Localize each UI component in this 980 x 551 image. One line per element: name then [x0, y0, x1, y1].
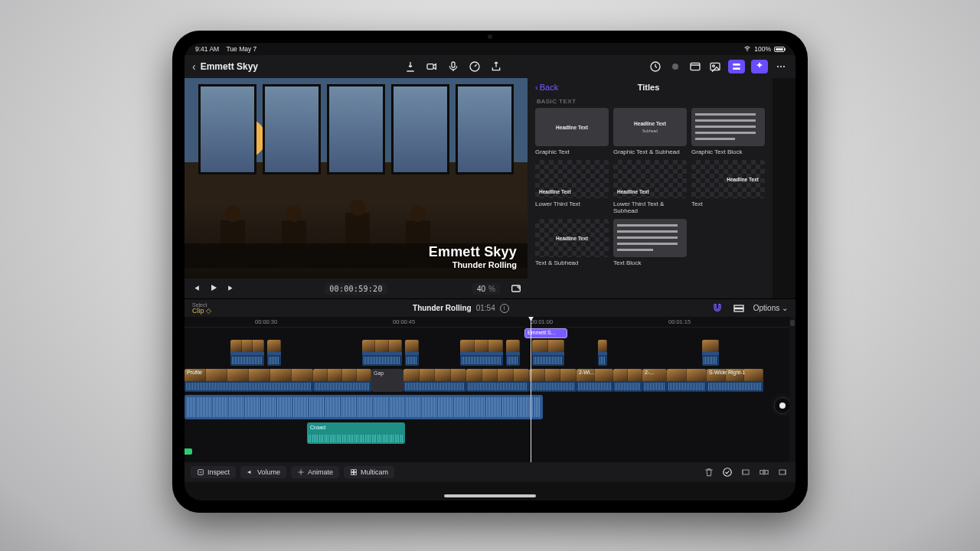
- volume-button[interactable]: Volume: [240, 466, 286, 478]
- timeline-layout-icon[interactable]: [732, 302, 746, 315]
- trim-end-icon[interactable]: [776, 465, 789, 479]
- svg-rect-21: [354, 472, 357, 474]
- preset-label: Graphic Text: [535, 148, 609, 155]
- svg-rect-26: [779, 470, 786, 474]
- history-icon[interactable]: [648, 60, 662, 73]
- browser-back-button[interactable]: ‹ Back: [535, 83, 558, 92]
- storyline-clip[interactable]: [313, 369, 371, 392]
- storyline-clip[interactable]: [667, 369, 707, 392]
- playhead[interactable]: [531, 317, 531, 462]
- connected-clip[interactable]: [405, 340, 419, 366]
- media-browser-icon[interactable]: [688, 60, 702, 73]
- back-button[interactable]: ‹: [192, 60, 196, 73]
- svg-rect-8: [733, 64, 740, 66]
- overlay-title-line2: Thunder Rolling: [429, 260, 517, 269]
- storyline-clip[interactable]: S-Wide Right-1: [707, 369, 763, 392]
- title-preset[interactable]: Headline Text Lower Third Text & Subhead: [613, 160, 687, 214]
- zoom-value: 40: [477, 285, 485, 293]
- snapping-icon[interactable]: [710, 302, 724, 315]
- svg-rect-19: [354, 470, 357, 472]
- live-camera-icon[interactable]: [425, 60, 439, 73]
- audio-fx-lane: Crowd: [185, 422, 795, 444]
- svg-point-12: [783, 66, 785, 67]
- svg-point-11: [780, 66, 782, 67]
- svg-rect-23: [743, 470, 749, 474]
- share-export-icon[interactable]: [489, 60, 503, 73]
- title-preset[interactable]: Headline Text Graphic Text: [535, 108, 609, 155]
- connected-clip[interactable]: [230, 340, 264, 366]
- storyline-clip[interactable]: [613, 369, 642, 392]
- storyline-clip[interactable]: Profile: [185, 369, 313, 392]
- title-preset[interactable]: Headline Text Text: [691, 160, 765, 214]
- svg-point-22: [724, 468, 732, 477]
- status-bar: 9:41 AM Tue May 7 100%: [185, 43, 795, 55]
- import-icon[interactable]: [403, 60, 417, 73]
- connected-clip[interactable]: [702, 340, 719, 366]
- svg-rect-14: [734, 305, 743, 308]
- storyline-clip[interactable]: [466, 369, 529, 392]
- effects-sparkle-icon[interactable]: [751, 60, 768, 73]
- inspect-button[interactable]: Inspect: [191, 466, 236, 478]
- status-date: Tue May 7: [226, 45, 256, 53]
- title-preset[interactable]: Headline Text Lower Third Text: [535, 160, 609, 214]
- trash-icon[interactable]: [702, 465, 716, 479]
- music-clip[interactable]: [185, 395, 543, 419]
- marker[interactable]: [185, 448, 192, 455]
- timeline-index-bar: Select Clip ◇ Thunder Rolling 01:54 i Op…: [185, 298, 795, 317]
- project-duration: 01:54: [476, 304, 495, 312]
- audio-clip[interactable]: Crowd: [307, 422, 405, 444]
- connected-clip[interactable]: [532, 340, 564, 366]
- ruler-tick: 00:01:00: [531, 318, 553, 325]
- select-tool[interactable]: Select Clip ◇: [192, 302, 211, 315]
- storyline-clip[interactable]: 2-Wi...: [577, 369, 613, 392]
- voiceover-mic-icon[interactable]: [446, 60, 460, 73]
- ruler-tick: 00:00:30: [255, 318, 277, 325]
- multicam-button[interactable]: Multicam: [344, 466, 394, 478]
- title-preset[interactable]: Headline Text Text & Subhead: [535, 219, 609, 266]
- connected-clip[interactable]: [506, 340, 520, 366]
- viewer-area: Emmett Skyy Thunder Rolling 00:00:59:20 …: [185, 78, 528, 298]
- project-info-icon[interactable]: i: [500, 304, 509, 313]
- more-menu-icon[interactable]: [774, 60, 788, 73]
- enable-disable-icon[interactable]: [720, 465, 734, 479]
- preset-label: Text Block: [613, 259, 687, 266]
- title-preset[interactable]: Headline TextSubhead Graphic Text & Subh…: [613, 108, 687, 155]
- top-toolbar: ‹ Emmett Skyy: [185, 55, 795, 78]
- viewer-zoom[interactable]: 40 %: [472, 283, 500, 295]
- next-frame-button[interactable]: [227, 283, 237, 295]
- overlay-title-line1: Emmett Skyy: [429, 244, 517, 260]
- ruler-tick: 00:01:15: [668, 318, 691, 325]
- viewer-fullscreen-icon[interactable]: [509, 282, 523, 295]
- trim-start-icon[interactable]: [739, 465, 753, 479]
- storyline-clip[interactable]: [529, 369, 577, 392]
- titles-generators-icon[interactable]: [728, 60, 745, 73]
- split-clip-icon[interactable]: [757, 465, 771, 479]
- preset-label: Graphic Text Block: [691, 148, 765, 155]
- viewer-canvas[interactable]: Emmett Skyy Thunder Rolling: [185, 78, 528, 279]
- timeline-scrollbar[interactable]: [789, 317, 795, 462]
- title-preset[interactable]: Text Block: [613, 219, 687, 266]
- home-indicator[interactable]: [444, 494, 536, 497]
- timeline[interactable]: 00:00:30 00:00:45 00:01:00 00:01:15 Emme…: [185, 317, 795, 462]
- play-button[interactable]: [208, 282, 219, 295]
- animate-button[interactable]: Animate: [291, 466, 339, 478]
- tools-gauge-icon[interactable]: [468, 60, 482, 73]
- gap-clip[interactable]: Gap: [371, 369, 403, 392]
- svg-rect-20: [351, 472, 354, 474]
- timeline-ruler[interactable]: 00:00:30 00:00:45 00:01:00 00:01:15: [185, 317, 795, 328]
- connected-clip[interactable]: [460, 340, 503, 366]
- connected-clip[interactable]: [362, 340, 402, 366]
- prev-frame-button[interactable]: [191, 283, 201, 295]
- svg-rect-18: [351, 470, 354, 472]
- options-menu[interactable]: Options ⌄: [753, 304, 788, 312]
- jog-wheel[interactable]: [774, 397, 791, 414]
- svg-point-7: [713, 65, 715, 67]
- storyline-clip[interactable]: 2-...: [642, 369, 667, 392]
- timecode-display[interactable]: 00:00:59:20: [325, 283, 387, 295]
- connected-clip[interactable]: [598, 340, 607, 366]
- primary-storyline: Profile Gap 2-Wi... 2-... S-Wide Right-1: [185, 369, 795, 392]
- connected-clip[interactable]: [267, 340, 281, 366]
- title-preset[interactable]: Graphic Text Block: [691, 108, 765, 155]
- photos-icon[interactable]: [708, 60, 722, 73]
- storyline-clip[interactable]: [403, 369, 466, 392]
